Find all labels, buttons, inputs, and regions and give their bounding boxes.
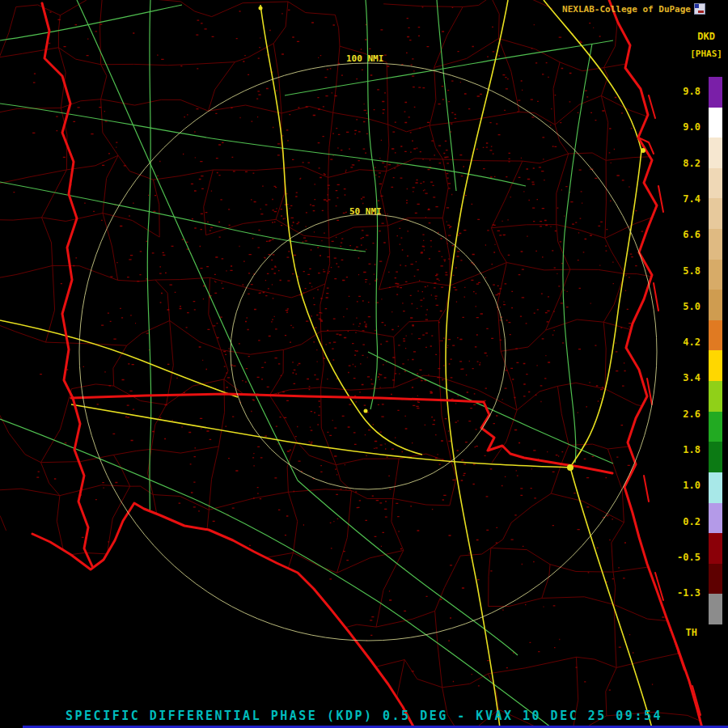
- colorbar-segment: [709, 229, 722, 260]
- colorbar-segment: [709, 533, 722, 564]
- brand: NEXLAB-College of DuPage: [562, 3, 705, 15]
- secondary-road: [0, 419, 552, 728]
- colorbar-segment: [709, 350, 722, 381]
- colorbar-segment: [709, 503, 722, 534]
- product-tag: [PHAS]: [690, 49, 722, 59]
- county-line-mesh: [0, 0, 728, 728]
- radar-map: [0, 0, 728, 728]
- secondary-road: [0, 5, 182, 40]
- colorbar-label: 7.4: [683, 193, 700, 205]
- colorbar-label: -1.3: [677, 587, 700, 599]
- colorbar-labels: 9.89.08.27.46.65.85.04.23.42.61.81.00.2-…: [665, 77, 700, 635]
- colorbar-segment: [709, 320, 722, 351]
- colorbar-segment: [709, 594, 722, 624]
- roads-secondary: [0, 0, 613, 728]
- colorbar-segment: [709, 412, 722, 442]
- colorbar-segment: [709, 381, 722, 412]
- colorbar: [709, 77, 722, 624]
- secondary-road: [285, 40, 613, 95]
- colorbar-label: 9.0: [683, 121, 700, 133]
- colorbar-label: 0.2: [683, 516, 700, 527]
- colorbar-segment: [709, 290, 722, 320]
- colorbar-segment: [709, 138, 722, 168]
- state-borders: [32, 0, 702, 728]
- colorbar-segment: [709, 108, 722, 138]
- city-marker: [567, 464, 574, 471]
- range-ring-label-50nmi: 50 NMI: [349, 206, 382, 217]
- radar-echo-speckle: [14, 7, 704, 704]
- colorbar-label: 3.4: [683, 372, 700, 383]
- colorbar-label: 5.8: [683, 265, 700, 277]
- brand-text: NEXLAB-College of DuPage: [562, 4, 691, 15]
- colorbar-segment: [709, 168, 722, 199]
- colorbar-segment: [709, 77, 722, 108]
- colorbar-label: 8.2: [683, 158, 700, 169]
- colorbar-label: 6.6: [683, 229, 700, 240]
- colorbar-label: 2.6: [683, 408, 700, 420]
- cod-logo-icon: [694, 3, 705, 15]
- colorbar-threshold-label: TH: [686, 627, 697, 638]
- gulf-coastline: [32, 503, 414, 728]
- city-marker: [259, 6, 263, 11]
- colorbar-label: 4.2: [683, 336, 700, 348]
- colorbar-segment: [709, 198, 722, 229]
- colorbar-segment: [709, 472, 722, 503]
- colorbar-label: 1.0: [683, 480, 700, 491]
- status-bar: SPECIFIC DIFFERENTIAL PHASE (KDP) 0.5 DE…: [0, 709, 728, 723]
- primary-road: [260, 5, 422, 455]
- colorbar-label: 5.0: [683, 301, 700, 312]
- colorbar-label: 1.8: [683, 444, 700, 455]
- radar-display: NEXLAB-College of DuPage DKD [PHAS] 100 …: [0, 0, 728, 728]
- state-border-georgia-florida: [71, 394, 612, 473]
- city-marker: [364, 409, 368, 413]
- city-marker: [641, 148, 645, 153]
- state-border-west: [42, 3, 77, 398]
- radar-echoes: [14, 7, 704, 704]
- colorbar-label: 9.8: [683, 86, 700, 97]
- county-boundaries: [0, 0, 728, 728]
- product-code: DKD: [697, 31, 715, 42]
- colorbar-label: -0.5: [677, 552, 700, 563]
- range-ring-label-100nmi: 100 NMI: [346, 53, 383, 64]
- colorbar-segment: [709, 442, 722, 472]
- colorbar-segment: [709, 260, 722, 290]
- colorbar-segment: [709, 564, 722, 595]
- secondary-road: [437, 0, 456, 191]
- primary-road: [446, 0, 508, 728]
- river-border: [73, 398, 92, 566]
- secondary-road: [0, 182, 366, 252]
